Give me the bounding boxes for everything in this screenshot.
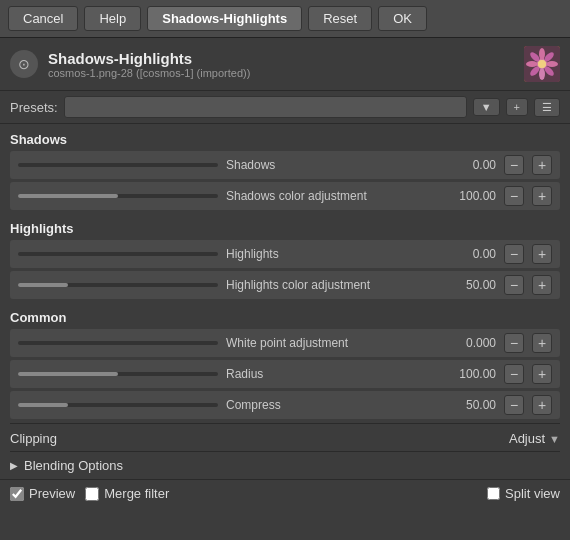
merge-item: Merge filter <box>85 486 169 501</box>
highlights-color-slider-wrap[interactable] <box>18 275 218 295</box>
blending-options-row[interactable]: ▶ Blending Options <box>10 451 560 479</box>
radius-value: 100.00 <box>414 367 496 381</box>
shadows-label: Shadows <box>226 158 406 172</box>
presets-select[interactable] <box>64 96 467 118</box>
presets-menu-button[interactable]: ☰ <box>534 98 560 117</box>
radius-row: Radius 100.00 − + <box>10 360 560 388</box>
white-point-slider-wrap[interactable] <box>18 333 218 353</box>
split-checkbox[interactable] <box>487 487 500 500</box>
presets-add-button[interactable]: + <box>506 98 528 116</box>
dialog-title: Shadows-Highlights <box>48 50 524 67</box>
white-point-minus-button[interactable]: − <box>504 333 524 353</box>
shadows-row: Shadows 0.00 − + <box>10 151 560 179</box>
shadows-color-row: Shadows color adjustment 100.00 − + <box>10 182 560 210</box>
clipping-label: Clipping <box>10 431 509 446</box>
compress-minus-button[interactable]: − <box>504 395 524 415</box>
split-label: Split view <box>505 486 560 501</box>
shadows-color-value: 100.00 <box>414 189 496 203</box>
white-point-plus-button[interactable]: + <box>532 333 552 353</box>
highlights-color-row: Highlights color adjustment 50.00 − + <box>10 271 560 299</box>
white-point-label: White point adjustment <box>226 336 406 350</box>
cancel-button[interactable]: Cancel <box>8 6 78 31</box>
highlights-color-value: 50.00 <box>414 278 496 292</box>
highlights-minus-button[interactable]: − <box>504 244 524 264</box>
active-tab-button[interactable]: Shadows-Highlights <box>147 6 302 31</box>
shadows-plus-button[interactable]: + <box>532 155 552 175</box>
shadows-value: 0.00 <box>414 158 496 172</box>
compress-plus-button[interactable]: + <box>532 395 552 415</box>
radius-plus-button[interactable]: + <box>532 364 552 384</box>
highlights-value: 0.00 <box>414 247 496 261</box>
shadows-color-slider-wrap[interactable] <box>18 186 218 206</box>
main-content: Shadows Shadows 0.00 − + Shadows color a… <box>0 124 570 479</box>
blending-expand-icon: ▶ <box>10 460 18 471</box>
white-point-value: 0.000 <box>414 336 496 350</box>
blending-label: Blending Options <box>24 458 123 473</box>
svg-point-8 <box>526 61 538 67</box>
clipping-arrow-icon: ▼ <box>549 433 560 445</box>
preview-item: Preview <box>10 486 75 501</box>
highlights-label: Highlights <box>226 247 406 261</box>
highlights-color-minus-button[interactable]: − <box>504 275 524 295</box>
white-point-row: White point adjustment 0.000 − + <box>10 329 560 357</box>
toolbar: Cancel Help Shadows-Highlights Reset OK <box>0 0 570 38</box>
radius-minus-button[interactable]: − <box>504 364 524 384</box>
shadows-color-minus-button[interactable]: − <box>504 186 524 206</box>
highlights-color-plus-button[interactable]: + <box>532 275 552 295</box>
clipping-value: Adjust <box>509 431 545 446</box>
preview-label: Preview <box>29 486 75 501</box>
svg-point-10 <box>538 60 546 68</box>
common-section-header: Common <box>10 302 560 329</box>
presets-dropdown-button[interactable]: ▼ <box>473 98 500 116</box>
dialog-subtitle: cosmos-1.png-28 ([cosmos-1] (imported)) <box>48 67 524 79</box>
reset-button[interactable]: Reset <box>308 6 372 31</box>
svg-point-4 <box>546 61 558 67</box>
thumbnail <box>524 46 560 82</box>
shadows-color-label: Shadows color adjustment <box>226 189 406 203</box>
shadows-minus-button[interactable]: − <box>504 155 524 175</box>
merge-label: Merge filter <box>104 486 169 501</box>
preview-checkbox[interactable] <box>10 487 24 501</box>
compress-value: 50.00 <box>414 398 496 412</box>
merge-checkbox[interactable] <box>85 487 99 501</box>
presets-row: Presets: ▼ + ☰ <box>0 91 570 124</box>
highlights-section-header: Highlights <box>10 213 560 240</box>
header-info: Shadows-Highlights cosmos-1.png-28 ([cos… <box>48 50 524 79</box>
footer: Preview Merge filter Split view <box>0 479 570 507</box>
compress-label: Compress <box>226 398 406 412</box>
highlights-plus-button[interactable]: + <box>532 244 552 264</box>
dialog-icon: ⊙ <box>10 50 38 78</box>
radius-label: Radius <box>226 367 406 381</box>
shadows-slider-wrap[interactable] <box>18 155 218 175</box>
svg-point-2 <box>539 48 545 60</box>
split-view-item: Split view <box>487 486 560 501</box>
clipping-select-wrap[interactable]: Adjust ▼ <box>509 431 560 446</box>
help-button[interactable]: Help <box>84 6 141 31</box>
compress-slider-wrap[interactable] <box>18 395 218 415</box>
highlights-slider-wrap[interactable] <box>18 244 218 264</box>
dialog-header: ⊙ Shadows-Highlights cosmos-1.png-28 ([c… <box>0 38 570 91</box>
highlights-row: Highlights 0.00 − + <box>10 240 560 268</box>
presets-label: Presets: <box>10 100 58 115</box>
radius-slider-wrap[interactable] <box>18 364 218 384</box>
compress-row: Compress 50.00 − + <box>10 391 560 419</box>
clipping-row: Clipping Adjust ▼ <box>10 423 560 451</box>
ok-button[interactable]: OK <box>378 6 427 31</box>
shadows-color-plus-button[interactable]: + <box>532 186 552 206</box>
shadows-section-header: Shadows <box>10 124 560 151</box>
highlights-color-label: Highlights color adjustment <box>226 278 406 292</box>
svg-point-6 <box>539 68 545 80</box>
